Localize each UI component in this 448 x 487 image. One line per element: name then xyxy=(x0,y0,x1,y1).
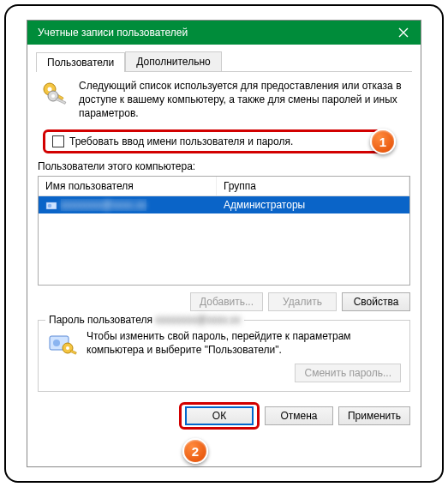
cancel-button[interactable]: Отмена xyxy=(265,406,333,425)
require-credentials-checkbox[interactable] xyxy=(52,135,64,147)
ok-button[interactable]: ОК xyxy=(185,406,254,425)
apply-button[interactable]: Применить xyxy=(338,406,410,425)
listview-header[interactable]: Имя пользователя Группа xyxy=(39,177,409,196)
password-section: Пароль пользователя xxxxxxxx@xxxx.xx Что… xyxy=(38,320,410,392)
add-button[interactable]: Добавить... xyxy=(190,292,263,311)
password-section-legend: Пароль пользователя xxxxxxxx@xxxx.xx xyxy=(45,314,244,326)
key-icon xyxy=(47,329,78,360)
keys-icon xyxy=(39,79,70,110)
users-list-label: Пользователи этого компьютера: xyxy=(38,160,412,172)
require-credentials-label: Требовать ввод имени пользователя и паро… xyxy=(69,135,293,147)
svg-rect-12 xyxy=(70,350,76,354)
svg-point-11 xyxy=(66,346,69,350)
svg-point-1 xyxy=(48,87,52,92)
close-button[interactable] xyxy=(386,21,421,45)
tab-advanced[interactable]: Дополнительно xyxy=(125,51,221,71)
tab-users[interactable]: Пользователи xyxy=(36,52,125,72)
titlebar[interactable]: Учетные записи пользователей xyxy=(27,21,421,45)
remove-button[interactable]: Удалить xyxy=(268,292,337,311)
users-listview[interactable]: Имя пользователя Группа xxxxxxxx@xxxx.xx… xyxy=(38,176,410,286)
column-group[interactable]: Группа xyxy=(217,177,409,195)
password-section-user: xxxxxxxx@xxxx.xx xyxy=(155,314,241,326)
password-section-text: Чтобы изменить свой пароль, перейдите к … xyxy=(87,329,401,357)
properties-button[interactable]: Свойства xyxy=(342,292,410,311)
annotation-badge-2: 2 xyxy=(182,438,208,464)
user-accounts-dialog: Учетные записи пользователей Пользовател… xyxy=(27,20,421,467)
change-password-button[interactable]: Сменить пароль... xyxy=(295,364,401,382)
column-username[interactable]: Имя пользователя xyxy=(39,177,217,195)
group-value: Администраторы xyxy=(224,199,305,211)
annotation-badge-1: 1 xyxy=(370,129,396,154)
require-credentials-row[interactable]: Требовать ввод имени пользователя и паро… xyxy=(43,129,386,153)
window-title: Учетные записи пользователей xyxy=(38,27,188,39)
svg-point-7 xyxy=(48,203,52,207)
list-item[interactable]: xxxxxxxx@xxxx.xx Администраторы xyxy=(39,196,409,213)
ok-highlight: ОК xyxy=(179,402,260,430)
info-text: Следующий список используется для предос… xyxy=(79,79,409,121)
svg-point-9 xyxy=(53,340,60,346)
close-icon xyxy=(398,27,409,38)
tab-strip: Пользователи Дополнительно xyxy=(36,51,412,72)
svg-point-4 xyxy=(51,94,55,98)
username-value: xxxxxxxx@xxxx.xx xyxy=(61,199,146,211)
user-icon xyxy=(45,199,57,211)
